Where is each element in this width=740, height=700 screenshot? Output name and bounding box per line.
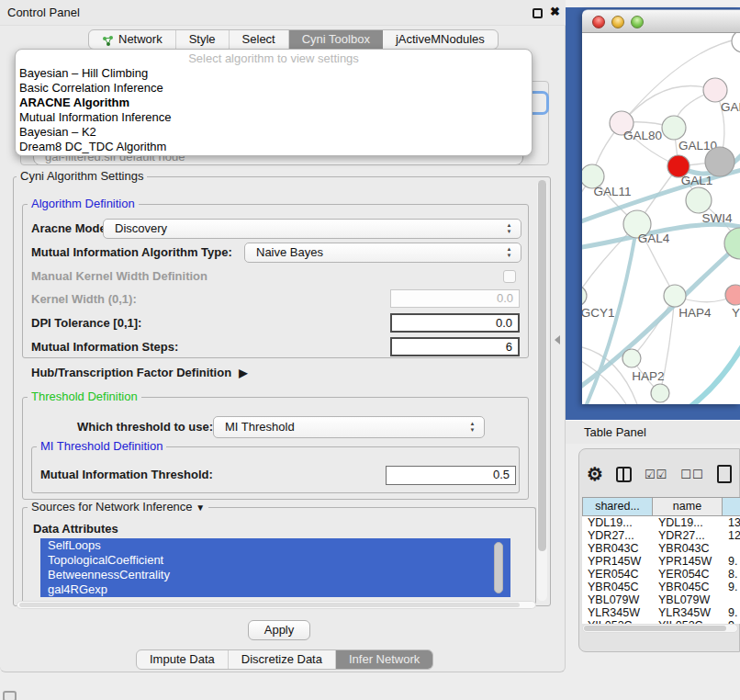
dropdown-item-bayesian-hill-climbing[interactable]: Bayesian – Hill Climbing (16, 66, 532, 81)
dropdown-item-mutual-information-inference[interactable]: Mutual Information Inference (16, 110, 532, 125)
data-attributes-list[interactable]: SelfLoopsTopologicalCoefficientBetweenne… (40, 538, 510, 597)
close-traffic-light-icon[interactable] (592, 16, 605, 28)
node-gcy1[interactable] (582, 286, 587, 306)
checked-pair-icon[interactable]: ☑☑ (645, 468, 667, 481)
mi-steps-field[interactable]: 6 (390, 337, 520, 356)
node-gal7[interactable] (703, 78, 727, 102)
attribute-item-gal4rgexp[interactable]: gal4RGexp (40, 582, 510, 597)
scrollbar-thumb[interactable] (584, 626, 726, 631)
dropdown-item-basic-correlation-inference[interactable]: Basic Correlation Inference (16, 81, 532, 96)
tab-network[interactable]: Network (89, 30, 176, 49)
node[interactable] (732, 33, 740, 52)
attribute-item-topologicalcoefficient[interactable]: TopologicalCoefficient (40, 553, 510, 568)
kernel-width-field[interactable]: 0.0 (390, 289, 520, 308)
table-cell: YER054C (653, 568, 723, 581)
network-window-titlebar[interactable] (582, 9, 740, 33)
minimize-traffic-light-icon[interactable] (611, 16, 624, 28)
dropdown-item-aracne-algorithm[interactable]: ARACNE Algorithm (16, 96, 532, 110)
tab-label: Cyni Toolbox (302, 30, 370, 49)
sources-title[interactable]: Sources for Network Inference ▼ (28, 501, 208, 514)
table-cell: YER054C (582, 568, 653, 581)
tab-discretize-data[interactable]: Discretize Data (229, 650, 336, 669)
node-label-gal80: GAL80 (623, 129, 662, 142)
table-horizontal-scrollbar[interactable] (582, 624, 738, 633)
table-cell: YPR145W (653, 555, 723, 568)
minimized-panel-button[interactable] (3, 691, 17, 700)
tab-jactivemnodules[interactable]: jActiveMNodules (383, 30, 498, 49)
tab-select[interactable]: Select (230, 30, 289, 49)
node-label-gal7: GAL7 (721, 100, 740, 114)
table-row[interactable]: YBR043CYBR043C (582, 542, 740, 555)
tab-impute-data[interactable]: Impute Data (137, 650, 229, 669)
table-row[interactable]: YPR145WYPR145W9. (582, 555, 740, 568)
attribute-item-betweennesscentrality[interactable]: BetweennessCentrality (40, 568, 510, 582)
node[interactable] (686, 187, 712, 213)
table-row[interactable]: YER054CYER054C8. (582, 568, 740, 581)
apply-button[interactable]: Apply (248, 620, 310, 640)
column-header-a[interactable]: A (723, 497, 740, 516)
node-label-hap2: HAP2 (632, 369, 664, 383)
table-row[interactable]: YBR045CYBR045C9. (582, 581, 740, 593)
dpi-tolerance-field[interactable]: 0.0 (390, 313, 520, 333)
dropdown-item-dream8-dc-tdc-algorithm[interactable]: Dream8 DC_TDC Algorithm (16, 140, 532, 154)
hub-definition-toggle[interactable]: Hub/Transcription Factor Definition▶ (31, 364, 247, 382)
tab-infer-network[interactable]: Infer Network (336, 650, 432, 669)
aracne-mode-select[interactable]: Discovery ▲▼ (103, 219, 521, 239)
cyni-settings-title: Cyni Algorithm Settings (17, 170, 147, 183)
control-panel-titlebar: Control Panel ✖ (0, 0, 566, 26)
tab-cyni-toolbox[interactable]: Cyni Toolbox (289, 30, 383, 49)
table-cell: YBR043C (582, 542, 653, 555)
document-icon[interactable] (717, 465, 732, 483)
aracne-mode-label: Aracne Mode: (31, 219, 110, 239)
column-header-shared-[interactable]: shared... (582, 497, 653, 516)
columns-icon[interactable] (616, 467, 632, 482)
which-threshold-select[interactable]: MI Threshold ▲▼ (213, 416, 485, 438)
table-cell: 13 (723, 516, 740, 529)
float-window-icon[interactable] (533, 8, 543, 18)
network-icon (102, 34, 114, 46)
algorithm-dropdown-list: Bayesian – Hill ClimbingBasic Correlatio… (16, 66, 532, 154)
tab-style[interactable]: Style (176, 30, 230, 49)
node[interactable] (651, 384, 669, 402)
attribute-item-selfloops[interactable]: SelfLoops (40, 538, 510, 553)
node-label-gal1: GAL1 (681, 174, 713, 187)
zoom-traffic-light-icon[interactable] (631, 16, 644, 28)
node-y[interactable] (725, 285, 740, 305)
control-panel-title: Control Panel (7, 0, 80, 26)
settings-horizontal-scrollbar[interactable] (17, 601, 536, 609)
list-scrollbar-thumb[interactable] (494, 542, 503, 593)
mi-steps-label: Mutual Information Steps: (31, 337, 178, 357)
table-toolbar: ⚙ ☑☑ ☐☐ (587, 460, 740, 488)
chevron-down-icon: ▼ (196, 502, 205, 513)
spinner-arrows-icon: ▲▼ (468, 421, 477, 434)
network-canvas[interactable]: GAL7GAL80GAL10GAL1GAL11SWI4GAL4GCY1HAP4Y… (582, 33, 740, 404)
node-label-swi4: SWI4 (701, 211, 732, 225)
scrollbar-thumb[interactable] (19, 603, 520, 607)
scrollbar-thumb[interactable] (538, 180, 546, 551)
node-gal10[interactable] (662, 116, 686, 140)
table-row[interactable]: YDR27...YDR27...12 (582, 529, 740, 542)
settings-vertical-scrollbar[interactable] (537, 180, 547, 601)
dropdown-item-bayesian-k2[interactable]: Bayesian – K2 (16, 125, 532, 140)
node-hap4[interactable] (664, 285, 686, 307)
manual-kernel-checkbox[interactable] (503, 270, 516, 283)
column-header-name[interactable]: name (653, 497, 723, 516)
table-cell: 9. (723, 606, 740, 619)
mi-type-select[interactable]: Naive Bayes ▲▼ (244, 243, 521, 263)
tab-label: Impute Data (150, 650, 215, 669)
control-panel: Control Panel ✖ NetworkStyleSelectCyni T… (0, 0, 566, 672)
node[interactable] (705, 147, 734, 176)
unchecked-pair-icon[interactable]: ☐☐ (680, 468, 703, 481)
gear-icon[interactable]: ⚙ (587, 462, 603, 486)
aracne-mode-value: Discovery (115, 221, 167, 235)
table-row[interactable]: YDL19...YDL19...13 (582, 516, 740, 529)
table-row[interactable]: YLR345WYLR345W9. (582, 606, 740, 619)
spinner-arrows-icon: ▲▼ (505, 246, 513, 259)
node-hap2[interactable] (622, 349, 641, 367)
table-row[interactable]: YBL079WYBL079W (582, 593, 740, 606)
close-icon[interactable]: ✖ (550, 5, 560, 18)
sources-title-text: Sources for Network Inference (31, 500, 193, 514)
split-collapse-arrow-icon[interactable] (555, 335, 560, 344)
mi-threshold-field[interactable]: 0.5 (386, 466, 516, 485)
table-cell: YDR27... (653, 529, 723, 542)
